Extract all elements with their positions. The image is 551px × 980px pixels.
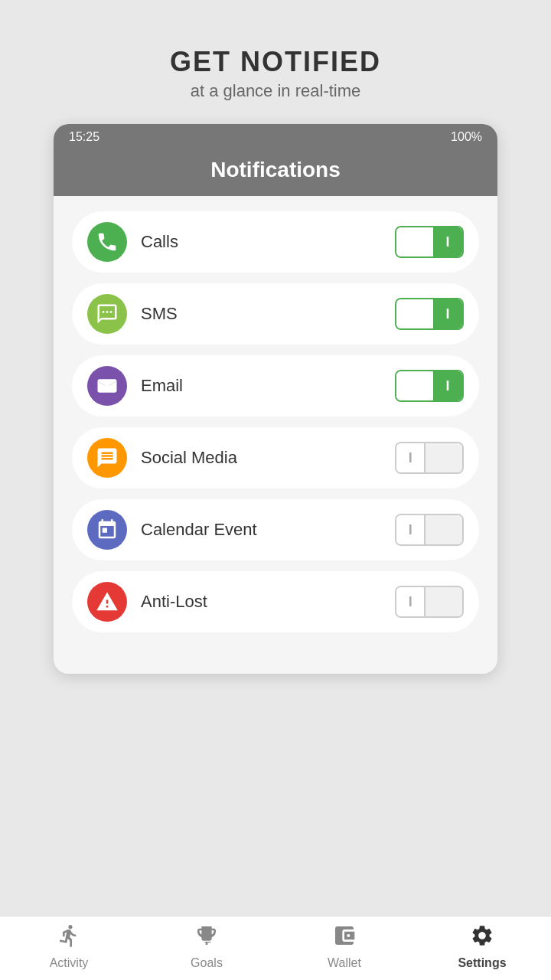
page-title: GET NOTIFIED <box>170 46 381 78</box>
wallet-nav-label: Wallet <box>328 956 361 970</box>
notification-email: Email I <box>72 355 479 416</box>
sms-label: SMS <box>141 304 395 324</box>
nav-settings[interactable]: Settings <box>436 923 528 970</box>
social-media-icon <box>96 446 119 469</box>
status-bar: 15:25 100% <box>54 124 497 150</box>
svg-point-1 <box>106 384 109 387</box>
calls-toggle[interactable]: I <box>395 226 464 258</box>
social-media-icon-wrap <box>87 438 127 478</box>
nav-activity[interactable]: Activity <box>23 923 115 970</box>
phone-mockup: 15:25 100% Notifications Calls <box>54 124 497 674</box>
goals-icon <box>194 923 219 953</box>
settings-nav-label: Settings <box>458 956 506 970</box>
content-area: GET NOTIFIED at a glance in real-time 15… <box>0 0 551 750</box>
header-section: GET NOTIFIED at a glance in real-time <box>155 0 396 124</box>
goals-nav-label: Goals <box>191 956 223 970</box>
email-icon <box>96 374 119 397</box>
email-label: Email <box>141 376 395 396</box>
notification-calls: Calls I <box>72 211 479 273</box>
social-media-toggle[interactable]: I <box>395 442 464 474</box>
notification-calendar: Calendar Event I <box>72 499 479 560</box>
social-media-label: Social Media <box>141 448 395 468</box>
calls-label: Calls <box>141 232 395 252</box>
email-icon-wrap <box>87 366 127 406</box>
calendar-label: Calendar Event <box>141 520 395 540</box>
notifications-title: Notifications <box>54 158 497 182</box>
nav-goals[interactable]: Goals <box>161 923 253 970</box>
phone-header: Notifications <box>54 150 497 196</box>
notification-social-media: Social Media I <box>72 427 479 488</box>
warning-icon <box>96 590 119 613</box>
wallet-icon <box>332 923 357 953</box>
sms-toggle[interactable]: I <box>395 298 464 330</box>
phone-icon <box>96 230 119 253</box>
page-subtitle: at a glance in real-time <box>170 81 381 101</box>
page: GET NOTIFIED at a glance in real-time 15… <box>0 0 551 980</box>
settings-icon <box>470 923 494 953</box>
sms-icon <box>96 302 119 325</box>
calendar-icon-wrap <box>87 510 127 550</box>
bottom-nav: Activity Goals Wallet <box>0 916 551 980</box>
status-time: 15:25 <box>69 130 99 144</box>
calls-icon-wrap <box>87 222 127 262</box>
nav-wallet[interactable]: Wallet <box>298 923 390 970</box>
anti-lost-icon-wrap <box>87 582 127 622</box>
calendar-icon <box>96 518 119 541</box>
notification-list: Calls I SMS <box>54 196 497 674</box>
notification-sms: SMS I <box>72 283 479 345</box>
sms-icon-wrap <box>87 294 127 334</box>
notification-anti-lost: Anti-Lost I <box>72 571 479 632</box>
calendar-toggle[interactable]: I <box>395 514 464 546</box>
anti-lost-label: Anti-Lost <box>141 592 395 612</box>
email-toggle[interactable]: I <box>395 370 464 402</box>
activity-icon <box>57 923 81 953</box>
anti-lost-toggle[interactable]: I <box>395 586 464 618</box>
activity-nav-label: Activity <box>50 956 89 970</box>
status-battery: 100% <box>451 130 482 144</box>
